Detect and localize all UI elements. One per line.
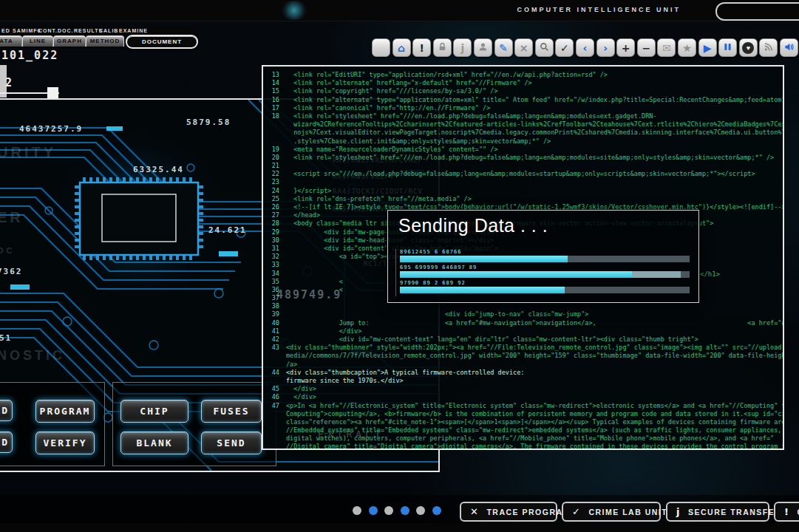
menu-item-cont[interactable]: CONT. [38, 28, 58, 33]
pagination-dot[interactable] [384, 506, 393, 515]
crime-lab-unit-button[interactable]: ✓CRIME LAB UNIT [562, 502, 661, 522]
tab-line[interactable]: LINE [22, 35, 53, 47]
star-button[interactable]: ★ [678, 38, 696, 57]
verify-button[interactable]: VERIFY [35, 432, 95, 454]
blank-button[interactable] [372, 38, 390, 57]
menu-item-examine[interactable]: EXAMINE [119, 28, 148, 33]
alert-icon: ! [419, 43, 424, 53]
line-number: 33 [263, 261, 279, 269]
send-button[interactable]: SEND [201, 432, 262, 454]
code-text: Jump to: <a href="#mw-navigation">naviga… [286, 319, 784, 327]
line-number: 42 [263, 335, 279, 344]
tab-method[interactable]: METHOD [86, 35, 124, 47]
pagination-dot[interactable] [369, 506, 378, 515]
mail-button[interactable]: ✉ [657, 38, 676, 57]
code-line: 14 <link rel="alternate" hreflang="x-def… [263, 79, 783, 87]
alert-icon: ! [784, 506, 789, 517]
line-number: 21 [263, 162, 279, 170]
minus-button[interactable]: − [637, 38, 656, 57]
progress-fill-secondary [632, 271, 681, 278]
tab-graph[interactable]: GRAPH [53, 35, 86, 47]
info-icon: j [676, 506, 681, 517]
chip-button[interactable]: CHIP [120, 400, 188, 423]
code-line: 44<div class="thumbcaption">A typical fi… [263, 369, 783, 377]
bottom-button-label: SECURE TRANSFER [688, 508, 781, 516]
audio-button[interactable] [780, 38, 798, 57]
lock-button[interactable] [433, 38, 452, 57]
window-handle[interactable] [47, 87, 58, 98]
chevron-right-button[interactable]: › [596, 38, 615, 57]
tab-document[interactable]: DOCUMENT [126, 35, 198, 49]
close-button[interactable]: × [514, 38, 533, 57]
lock-icon [437, 41, 448, 55]
code-line: 39 <div id="jump-to-nav" class="mw-jump"… [263, 310, 783, 318]
pagination-dot[interactable] [401, 506, 409, 515]
pagination-dot[interactable] [432, 506, 441, 515]
progress-label: 89612455 6 68766 [400, 249, 696, 255]
code-text: firmware since the 1970s.</div> [286, 377, 404, 384]
toolbar: ⌂!j✎×✓‹›+−✉★▶♥ [370, 37, 799, 59]
edit-button[interactable]: ✎ [494, 38, 513, 57]
circuit-readout: 7362 [0, 267, 23, 276]
code-text: </div> [286, 327, 361, 335]
line-number: 16 [263, 96, 279, 104]
watermark-text: ER [0, 209, 24, 226]
tabs-row: DATALINEGRAPHMETHODDOCUMENT [0, 35, 259, 48]
chevron-left-button[interactable]: ‹ [576, 38, 594, 57]
menu-item-calib[interactable]: CALIB [99, 28, 118, 33]
menu-item-samimf6[interactable]: SAMIMF6 [13, 28, 41, 33]
line-number: 35 [263, 278, 279, 286]
line-number: 24 [263, 187, 279, 195]
menu-item-doc[interactable]: DOC. [58, 28, 74, 33]
plus-button[interactable]: + [616, 38, 635, 57]
tab-data[interactable]: DATA [0, 35, 22, 47]
line-number: 17 [263, 104, 279, 112]
program-button[interactable]: PROGRAM [35, 400, 95, 423]
pagination-dot[interactable] [416, 506, 425, 515]
pagination-dot[interactable] [353, 506, 361, 515]
check-icon: ✓ [572, 506, 581, 517]
code-line: /a> [263, 361, 783, 369]
check-button[interactable]: ✓ [555, 38, 574, 57]
watermark-text: OC [0, 246, 16, 255]
search-button[interactable] [535, 38, 554, 57]
top-pill-button[interactable] [715, 2, 799, 21]
trace-program-button[interactable]: ✕TRACE PROGRAM [460, 502, 557, 522]
heart-button[interactable]: ♥ [739, 38, 758, 57]
watermark-text: URITY [0, 144, 56, 161]
line-number: 36 [263, 286, 279, 294]
user-button[interactable] [474, 38, 492, 57]
secure-transfer-button[interactable]: jSECURE TRANSFER [666, 502, 769, 522]
code-text: media//commons/7/7f/Television_remote_co… [286, 352, 784, 359]
home-button[interactable]: ⌂ [392, 38, 411, 57]
code-line: 18 <link rel="stylesheet" href="///en./l… [263, 112, 783, 120]
pause-button[interactable] [718, 38, 737, 57]
line-number: 14 [263, 79, 279, 87]
device-id-label: 101_022 [1, 49, 58, 62]
rss-button[interactable] [759, 38, 778, 57]
alert-button[interactable]: ! [412, 38, 431, 57]
circuit-readout: 24.621 [208, 225, 247, 235]
code-text: <link rel="stylesheet" href="///en./load… [286, 154, 774, 161]
line-number: 27 [263, 211, 279, 219]
circuit-readout: 46437257.9 [19, 124, 83, 134]
plus-icon: + [622, 43, 630, 53]
ad-button[interactable]: AD [0, 400, 13, 421]
code-line: 20 <link rel="stylesheet" href="///en./l… [263, 154, 783, 162]
line-number: 19 [263, 146, 279, 154]
ad-button[interactable]: AD [0, 432, 13, 453]
progress-fill [400, 271, 632, 278]
bottom-button-label: CRIME LAB UNIT [588, 508, 667, 516]
line-number: 38 [263, 302, 279, 310]
computer-intelligence-unit-screen: { "colors":{"accent_cyan":"#3fd4ea","tra… [0, 0, 799, 532]
blank-button[interactable]: BLANK [120, 432, 188, 454]
code-line: wizard%2CReferenceTooltips%2Ccharinsert%… [263, 120, 783, 129]
fuses-button[interactable]: FUSES [201, 400, 262, 423]
dialog-title: Sending Data . . . [398, 215, 548, 236]
menu-item-ed[interactable]: ED [1, 28, 10, 33]
ca-button[interactable]: !CA [774, 502, 799, 522]
info-button[interactable]: j [453, 38, 472, 57]
play-button[interactable]: ▶ [698, 38, 717, 57]
progress-track [400, 287, 690, 293]
circuit-readout: 5879.58 [186, 117, 231, 127]
